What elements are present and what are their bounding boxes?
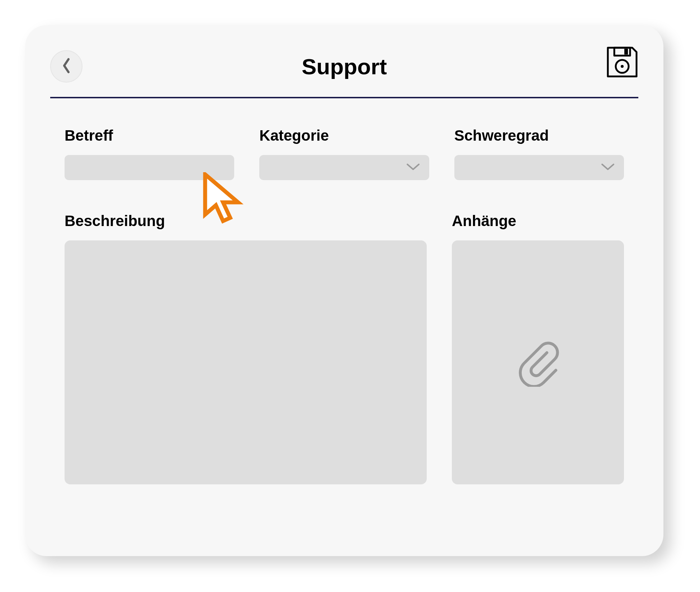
category-field-group: Kategorie [259,127,429,180]
header: Support [50,47,638,86]
category-select[interactable] [259,155,429,180]
description-label: Beschreibung [65,212,427,230]
save-button[interactable] [602,43,642,83]
category-label: Kategorie [259,127,429,144]
svg-point-3 [621,65,624,68]
severity-label: Schweregrad [454,127,624,144]
attachments-label: Anhänge [452,212,624,230]
attachments-dropzone[interactable] [452,240,624,484]
chevron-down-icon [601,163,615,172]
subject-label: Betreff [65,127,234,144]
severity-select[interactable] [454,155,624,180]
chevron-left-icon [61,58,71,75]
svg-rect-1 [624,49,628,55]
attachments-field-group: Anhänge [452,212,624,484]
subject-input[interactable] [65,155,234,180]
floppy-disk-icon [604,44,640,81]
back-button[interactable] [50,50,82,83]
description-textarea[interactable] [65,240,427,484]
form-row-1: Betreff Kategorie Schweregrad [65,127,624,180]
support-form: Betreff Kategorie Schweregrad [50,98,638,484]
severity-field-group: Schweregrad [454,127,624,180]
chevron-down-icon [406,163,420,172]
subject-field-group: Betreff [65,127,234,180]
form-row-2: Beschreibung Anhänge [65,212,624,484]
paperclip-icon [513,337,563,388]
description-field-group: Beschreibung [65,212,427,484]
support-card: Support Betreff Kategorie [25,25,663,556]
page-title: Support [302,54,387,79]
